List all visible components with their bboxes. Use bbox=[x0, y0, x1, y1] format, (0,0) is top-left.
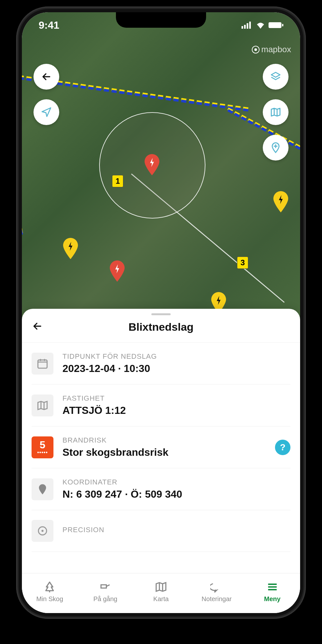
tab-label: Meny bbox=[264, 595, 280, 603]
pin-icon bbox=[32, 478, 53, 500]
tree-icon bbox=[43, 581, 56, 593]
tab-karta[interactable]: Karta bbox=[133, 573, 189, 610]
lightning-pin-yellow[interactable] bbox=[272, 191, 289, 212]
sheet-header: Blixtnedslag bbox=[22, 318, 300, 343]
tab-label: Karta bbox=[153, 595, 169, 603]
arrow-left-icon bbox=[41, 71, 52, 83]
locate-button[interactable] bbox=[33, 99, 59, 125]
target-icon bbox=[32, 520, 53, 542]
svg-point-10 bbox=[42, 530, 43, 532]
svg-rect-3 bbox=[249, 22, 251, 29]
map-icon bbox=[155, 581, 167, 593]
row-property: FASTIGHET ATTSJÖ 1:12 bbox=[32, 385, 290, 426]
row-value: Stor skogsbrandsrisk bbox=[62, 446, 266, 458]
notch bbox=[116, 12, 206, 28]
svg-rect-8 bbox=[38, 360, 47, 368]
wifi-icon bbox=[256, 19, 265, 31]
row-value: N: 6 309 247 · Ö: 509 340 bbox=[62, 488, 290, 500]
boundary-line bbox=[22, 173, 23, 234]
row-label: BRANDRISK bbox=[62, 436, 266, 444]
row-precision: PRECISION bbox=[32, 510, 290, 552]
boundary-line bbox=[22, 174, 23, 235]
menu-icon bbox=[266, 581, 279, 593]
svg-rect-1 bbox=[244, 25, 246, 29]
fire-risk-badge: 5 ••••• bbox=[32, 436, 53, 458]
mapbox-label: mapbox bbox=[261, 44, 291, 54]
row-value: ATTSJÖ 1:12 bbox=[62, 405, 290, 416]
lightning-pin-selected[interactable] bbox=[144, 154, 160, 175]
battery-icon bbox=[269, 19, 283, 31]
svg-rect-4 bbox=[269, 22, 281, 28]
row-value: 2023-12-04 · 10:30 bbox=[62, 363, 290, 375]
map-icon bbox=[270, 106, 281, 118]
parcel-label: 1 bbox=[112, 175, 123, 187]
row-fire-risk: 5 ••••• BRANDRISK Stor skogsbrandsrisk ? bbox=[32, 426, 290, 468]
map-back-button[interactable] bbox=[33, 64, 59, 90]
svg-point-7 bbox=[254, 48, 257, 51]
map-mode-button[interactable] bbox=[263, 99, 289, 125]
svg-rect-2 bbox=[247, 23, 248, 29]
screen: 9:41 mapbox bbox=[22, 12, 300, 613]
phone-frame: 9:41 mapbox bbox=[16, 6, 306, 619]
tab-noteringar[interactable]: Noteringar bbox=[189, 573, 244, 610]
map-area[interactable]: mapbox bbox=[22, 12, 300, 322]
status-time: 9:41 bbox=[39, 19, 59, 31]
row-label: PRECISION bbox=[62, 526, 290, 534]
layers-button[interactable] bbox=[263, 64, 289, 90]
lightning-pin-yellow[interactable] bbox=[62, 238, 79, 259]
calendar-icon bbox=[32, 353, 53, 375]
mapbox-attribution: mapbox bbox=[252, 44, 291, 54]
lightning-pin-red[interactable] bbox=[109, 260, 126, 282]
row-timestamp: TIDPUNKT FÖR NEDSLAG 2023-12-04 · 10:30 bbox=[32, 343, 290, 385]
row-label: KOORDINATER bbox=[62, 478, 290, 486]
tab-meny[interactable]: Meny bbox=[244, 573, 300, 610]
question-icon: ? bbox=[280, 442, 285, 453]
layers-icon bbox=[270, 71, 281, 83]
detail-sheet: Blixtnedslag TIDPUNKT FÖR NEDSLAG 2023-1… bbox=[22, 309, 300, 573]
row-label: TIDPUNKT FÖR NEDSLAG bbox=[62, 352, 290, 361]
risk-dots: ••••• bbox=[37, 450, 48, 455]
tab-min-skog[interactable]: Min Skog bbox=[22, 573, 78, 610]
map-icon bbox=[32, 395, 53, 416]
cellular-icon bbox=[242, 19, 252, 31]
svg-rect-5 bbox=[282, 24, 283, 26]
parcel-label: 3 bbox=[237, 257, 248, 269]
tab-label: På gång bbox=[93, 595, 118, 603]
notes-icon bbox=[210, 581, 223, 593]
navigation-icon bbox=[41, 106, 52, 118]
help-button[interactable]: ? bbox=[275, 440, 290, 455]
add-pin-button[interactable] bbox=[263, 135, 289, 161]
sheet-title: Blixtnedslag bbox=[32, 321, 290, 333]
tab-label: Min Skog bbox=[36, 595, 63, 603]
sheet-drag-handle[interactable] bbox=[151, 313, 171, 315]
info-list: TIDPUNKT FÖR NEDSLAG 2023-12-04 · 10:30 … bbox=[22, 343, 300, 552]
svg-rect-0 bbox=[242, 26, 243, 29]
tab-bar: Min Skog På gång Karta Noteringar Meny bbox=[22, 573, 300, 613]
risk-level: 5 bbox=[40, 439, 45, 451]
status-icons bbox=[242, 19, 283, 31]
row-label: FASTIGHET bbox=[62, 394, 290, 403]
pin-plus-icon bbox=[270, 142, 281, 153]
tab-pa-gang[interactable]: På gång bbox=[78, 573, 133, 610]
tab-label: Noteringar bbox=[202, 595, 232, 603]
row-coordinates: KOORDINATER N: 6 309 247 · Ö: 509 340 bbox=[32, 468, 290, 510]
tool-icon bbox=[99, 581, 112, 593]
